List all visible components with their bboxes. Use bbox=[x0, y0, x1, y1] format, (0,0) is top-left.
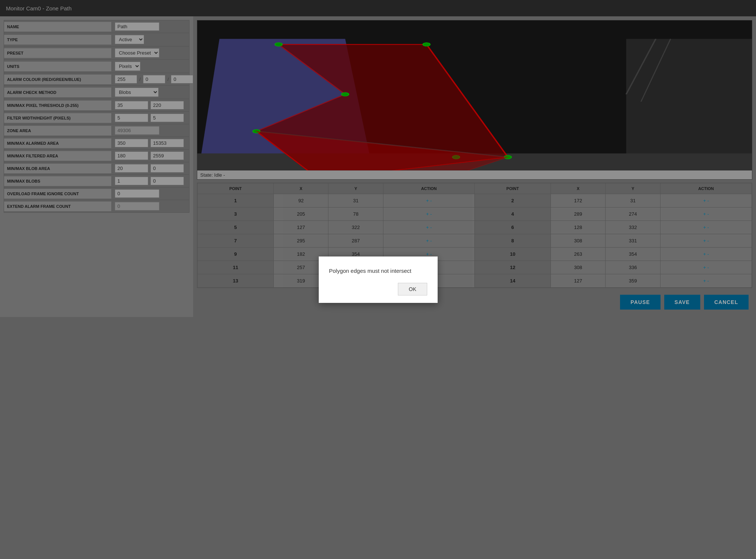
dialog-box: Polygon edges must not intersect OK bbox=[319, 256, 438, 303]
dialog-ok-button[interactable]: OK bbox=[398, 283, 427, 295]
dialog-overlay: Polygon edges must not intersect OK bbox=[0, 0, 756, 559]
dialog-message: Polygon edges must not intersect bbox=[329, 268, 427, 274]
dialog-buttons: OK bbox=[329, 283, 427, 295]
